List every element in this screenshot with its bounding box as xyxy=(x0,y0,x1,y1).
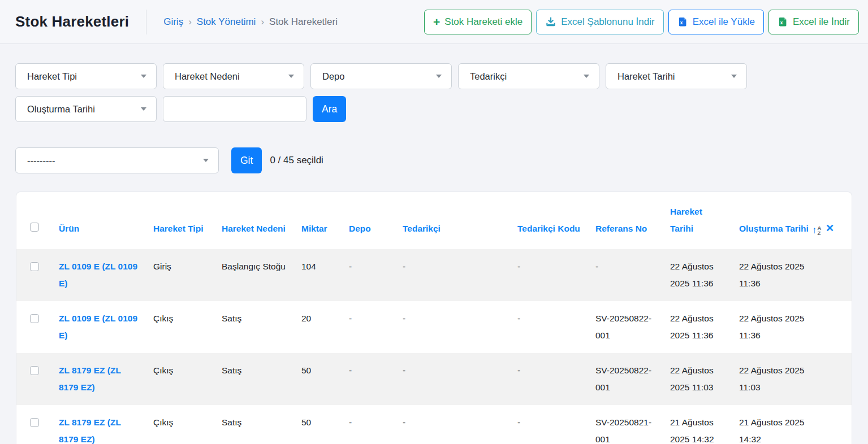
chevron-down-icon xyxy=(288,75,294,78)
excel-file-icon-blue: x xyxy=(677,16,688,27)
cell-hareket-tipi: Giriş xyxy=(148,249,216,301)
cell-miktar: 50 xyxy=(296,353,343,405)
sort-alpha-asc-icon[interactable]: ↑AZ xyxy=(812,225,821,236)
bulk-action-select[interactable]: --------- xyxy=(15,147,219,173)
cell-olusturma-tarihi: 22 Ağustos 2025 11:36 xyxy=(733,249,820,301)
hareket-tarihi-select-label: Hareket Tarihi xyxy=(617,71,675,82)
column-header-hareket-tipi: Hareket Tipi xyxy=(148,192,216,249)
download-icon xyxy=(545,16,556,28)
table-header-row: Ürün Hareket Tipi Hareket Nedeni Miktar … xyxy=(16,192,852,249)
bulk-action-select-label: --------- xyxy=(27,155,55,166)
cell-miktar: 20 xyxy=(296,301,343,353)
breadcrumb-separator: › xyxy=(188,16,192,28)
cell-hareket-tipi: Çıkış xyxy=(148,405,216,444)
column-header-tedarikci-kodu: Tedarikçi Kodu xyxy=(512,192,590,249)
search-button[interactable]: Ara xyxy=(313,96,346,122)
cell-depo: - xyxy=(343,353,397,405)
tedarikci-select-label: Tedarikçi xyxy=(470,71,507,82)
cell-miktar: 50 xyxy=(296,405,343,444)
cell-tedarikci: - xyxy=(397,353,512,405)
hareket-tarihi-select[interactable]: Hareket Tarihi xyxy=(606,63,747,89)
bulk-action-row: --------- Git 0 / 45 seçildi xyxy=(15,147,868,173)
cell-depo: - xyxy=(343,405,397,444)
selection-status: 0 / 45 seçildi xyxy=(270,155,323,166)
chevron-down-icon xyxy=(141,107,146,111)
header-divider xyxy=(146,10,146,34)
breadcrumb-current: Stok Hareketleri xyxy=(269,16,338,28)
clear-sort-icon[interactable]: ✕ xyxy=(826,223,834,234)
tedarikci-select[interactable]: Tedarikçi xyxy=(458,63,599,89)
cell-tedarikci: - xyxy=(397,249,512,301)
svg-text:x: x xyxy=(680,20,683,25)
product-link[interactable]: ZL 8179 EZ (ZL 8179 EZ) xyxy=(59,414,142,444)
product-link[interactable]: ZL 0109 E (ZL 0109 E) xyxy=(59,258,142,292)
cell-hareket-nedeni: Satış xyxy=(216,405,296,444)
table-row: ZL 8179 EZ (ZL 8179 EZ) Çıkış Satış 50 -… xyxy=(16,353,852,405)
cell-tedarikci-kodu: - xyxy=(512,301,590,353)
row-checkbox[interactable] xyxy=(30,262,39,271)
cell-referans-no: - xyxy=(590,249,664,301)
chevron-down-icon xyxy=(731,75,737,78)
row-checkbox[interactable] xyxy=(30,418,39,427)
hareket-nedeni-select[interactable]: Hareket Nedeni xyxy=(163,63,304,89)
product-link[interactable]: ZL 8179 EZ (ZL 8179 EZ) xyxy=(59,362,142,396)
cell-tedarikci-kodu: - xyxy=(512,249,590,301)
breadcrumb-link-stok-yonetimi[interactable]: Stok Yönetimi xyxy=(197,16,256,28)
row-checkbox[interactable] xyxy=(30,366,39,375)
download-excel-template-label: Excel Şablonunu İndir xyxy=(561,16,654,28)
cell-olusturma-tarihi: 22 Ağustos 2025 11:03 xyxy=(733,353,820,405)
download-excel-template-button[interactable]: Excel Şablonunu İndir xyxy=(536,10,663,34)
hareket-nedeni-select-label: Hareket Nedeni xyxy=(175,71,240,82)
product-link[interactable]: ZL 0109 E (ZL 0109 E) xyxy=(59,310,142,344)
column-header-depo: Depo xyxy=(343,192,397,249)
table-row: ZL 8179 EZ (ZL 8179 EZ) Çıkış Satış 50 -… xyxy=(16,405,852,444)
column-header-miktar: Miktar xyxy=(296,192,343,249)
breadcrumb-link-giris[interactable]: Giriş xyxy=(163,16,183,28)
go-button[interactable]: Git xyxy=(231,147,262,173)
search-input[interactable] xyxy=(163,96,306,122)
upload-with-excel-label: Excel ile Yükle xyxy=(693,16,755,28)
filters-section: Hareket Tipi Hareket Nedeni Depo Tedarik… xyxy=(0,44,868,122)
hareket-tipi-select[interactable]: Hareket Tipi xyxy=(15,63,157,89)
add-stock-movement-button[interactable]: + Stok Hareketi ekle xyxy=(424,10,532,34)
filter-row-1: Hareket Tipi Hareket Nedeni Depo Tedarik… xyxy=(15,63,868,89)
cell-depo: - xyxy=(343,301,397,353)
upload-with-excel-button[interactable]: x Excel ile Yükle xyxy=(668,10,764,34)
select-all-checkbox[interactable] xyxy=(30,223,39,232)
olusturma-tarihi-select[interactable]: Oluşturma Tarihi xyxy=(15,96,157,122)
page-header: Stok Hareketleri Giriş › Stok Yönetimi ›… xyxy=(0,0,868,44)
breadcrumb-separator: › xyxy=(261,16,264,28)
cell-hareket-tarihi: 22 Ağustos 2025 11:36 xyxy=(664,301,733,353)
sort-letter-z: Z xyxy=(817,230,821,236)
add-stock-movement-label: Stok Hareketi ekle xyxy=(444,16,522,28)
cell-hareket-nedeni: Satış xyxy=(216,301,296,353)
page-title: Stok Hareketleri xyxy=(15,13,129,31)
chevron-down-icon xyxy=(203,159,209,162)
cell-referans-no: SV-20250822-001 xyxy=(590,301,664,353)
cell-depo: - xyxy=(343,249,397,301)
stock-movements-table-card: Ürün Hareket Tipi Hareket Nedeni Miktar … xyxy=(16,191,852,444)
chevron-down-icon xyxy=(436,75,442,78)
table-row: ZL 0109 E (ZL 0109 E) Çıkış Satış 20 - -… xyxy=(16,301,852,353)
sort-arrow-up-icon: ↑ xyxy=(812,225,817,235)
depo-select[interactable]: Depo xyxy=(310,63,452,89)
plus-icon: + xyxy=(433,16,440,28)
cell-hareket-nedeni: Satış xyxy=(216,353,296,405)
column-header-olusturma-tarihi: Oluşturma Tarihi↑AZ xyxy=(733,192,820,249)
cell-miktar: 104 xyxy=(296,249,343,301)
cell-olusturma-tarihi: 22 Ağustos 2025 11:36 xyxy=(733,301,820,353)
table-row: ZL 0109 E (ZL 0109 E) Giriş Başlangıç St… xyxy=(16,249,852,301)
cell-hareket-tarihi: 21 Ağustos 2025 14:32 xyxy=(664,405,733,444)
download-with-excel-button[interactable]: x Excel ile İndir xyxy=(768,10,859,34)
filter-row-2: Oluşturma Tarihi Ara xyxy=(15,96,868,122)
cell-hareket-nedeni: Başlangıç Stoğu xyxy=(216,249,296,301)
row-checkbox[interactable] xyxy=(30,314,39,323)
olusturma-tarihi-select-label: Oluşturma Tarihi xyxy=(27,104,95,115)
cell-tedarikci: - xyxy=(397,405,512,444)
hareket-tipi-select-label: Hareket Tipi xyxy=(27,71,77,82)
column-header-tedarikci: Tedarikçi xyxy=(397,192,512,249)
stock-movements-table: Ürün Hareket Tipi Hareket Nedeni Miktar … xyxy=(16,192,852,444)
header-actions: + Stok Hareketi ekle Excel Şablonunu İnd… xyxy=(424,10,859,34)
chevron-down-icon xyxy=(141,75,146,78)
cell-tedarikci-kodu: - xyxy=(512,405,590,444)
